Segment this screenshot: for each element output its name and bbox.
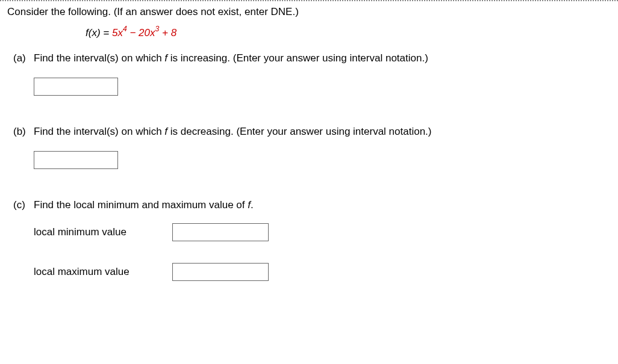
local-min-row: local minimum value: [34, 223, 611, 241]
part-a-text: Find the interval(s) on which f is incre…: [34, 52, 611, 64]
part-c-text: Find the local minimum and maximum value…: [34, 199, 611, 211]
local-max-label: local maximum value: [34, 266, 154, 278]
formula: f(x) = 5x4 − 20x3 + 8: [86, 25, 611, 39]
local-max-input[interactable]: [172, 263, 269, 281]
question-container: Consider the following. (If an answer do…: [0, 0, 618, 281]
part-c: (c) Find the local minimum and maximum v…: [7, 199, 611, 281]
part-a-label: (a): [7, 52, 34, 64]
formula-lhs: f(x) =: [86, 27, 112, 39]
part-b: (b) Find the interval(s) on which f is d…: [7, 126, 611, 169]
intro-text: Consider the following. (If an answer do…: [7, 6, 611, 18]
local-min-input[interactable]: [172, 223, 269, 241]
local-max-row: local maximum value: [34, 263, 611, 281]
part-a-input[interactable]: [34, 78, 118, 96]
formula-rhs: 5x4 − 20x3 + 8: [112, 27, 176, 39]
part-b-input[interactable]: [34, 151, 118, 169]
part-c-label: (c): [7, 199, 34, 211]
part-b-text: Find the interval(s) on which f is decre…: [34, 126, 611, 138]
part-a: (a) Find the interval(s) on which f is i…: [7, 52, 611, 96]
part-b-label: (b): [7, 126, 34, 138]
local-min-label: local minimum value: [34, 226, 154, 238]
